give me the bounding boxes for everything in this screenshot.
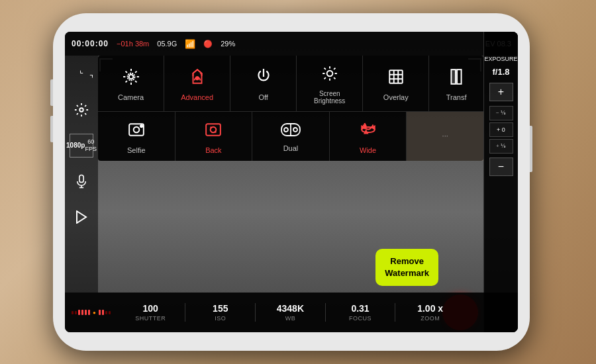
menu-row-2: Selfie Back [98,112,483,161]
battery-percent: 29% [221,40,235,48]
focus-label: FOCUS [349,315,372,322]
audio-meter: ● [72,310,111,316]
zoom-label: ZOOM [421,315,440,322]
exposure-panel: EXPOSURE f/1.8 + − ⅓ + 0 + ⅓ − [483,32,518,332]
svg-point-28 [140,125,142,127]
svg-point-9 [326,71,332,77]
shutter-value: 100 [142,303,158,314]
menu-item-wide[interactable]: Wide [330,112,407,161]
advanced-menu-icon [189,68,206,89]
svg-marker-4 [77,211,86,223]
svg-rect-23 [452,69,456,84]
menu-item-camera[interactable]: Camera [98,56,164,111]
wifi-icon: 📶 [185,39,195,49]
off-menu-icon [256,68,272,89]
menu-item-more[interactable]: ··· [407,112,483,161]
menu-item-transition[interactable]: Transf [429,56,483,111]
phone-body: 00:00:00 −01h 38m 05.9G 📶 🔴 29% EV 08.3 … [53,13,530,351]
menu-item-advanced[interactable]: Advanced [164,56,230,111]
svg-point-27 [133,127,139,133]
exposure-step-minus-third[interactable]: − ⅓ [489,106,513,120]
svg-point-33 [284,128,288,132]
back-menu-label: Back [205,146,221,154]
svg-rect-18 [389,70,403,83]
camera-menu-icon [123,68,140,89]
exposure-plus-button[interactable]: + [489,83,513,101]
scene: 00:00:00 −01h 38m 05.9G 📶 🔴 29% EV 08.3 … [0,0,596,364]
fps-value: 60 FPS [85,138,97,153]
svg-line-13 [334,77,335,79]
mic-button[interactable] [70,169,93,193]
status-bar: 00:00:00 −01h 38m 05.9G 📶 🔴 29% EV 08.3 [65,32,518,56]
settings-button[interactable] [70,98,93,122]
iso-param[interactable]: 155 ISO [185,303,256,322]
screen-brightness-label: ScreenBrightness [314,90,345,105]
svg-line-12 [324,68,325,69]
phone-screen: 00:00:00 −01h 38m 05.9G 📶 🔴 29% EV 08.3 … [65,32,518,332]
exposure-step-plus-third[interactable]: + ⅓ [489,139,513,154]
remaining-time: −01h 38m [117,40,149,48]
wide-menu-icon [360,121,377,142]
svg-point-34 [293,128,297,132]
volume-up-button[interactable] [50,79,53,106]
exposure-step-zero[interactable]: + 0 [489,122,513,137]
menu-item-selfie[interactable]: Selfie [98,112,175,161]
wb-value: 4348K [277,303,304,314]
exposure-minus-button[interactable]: − [489,158,513,176]
transition-menu-label: Transf [446,93,467,101]
off-menu-label: Off [258,93,268,101]
camera-menu-label: Camera [118,93,144,101]
more-menu-icon: ··· [442,132,448,140]
volume-down-button[interactable] [50,116,53,142]
menu-item-off[interactable]: Off [230,56,297,111]
watermark-bubble[interactable]: Remove Watermark [375,249,438,286]
wb-param[interactable]: 4348K WB [256,303,326,322]
dual-menu-label: Dual [283,144,299,152]
iso-label: ISO [215,315,226,322]
svg-point-5 [128,75,133,79]
menu-row-1: Camera [98,56,483,112]
menu-item-dual[interactable]: Dual [252,112,330,161]
camera-menu: Camera [98,56,483,161]
back-menu-icon [205,121,222,142]
play-button[interactable] [70,205,93,229]
overlay-menu-icon [387,68,405,89]
crop-corners-button[interactable]: ⌞ ⌝ [70,62,93,86]
resolution-value: 1080p [66,142,85,150]
menu-item-back[interactable]: Back [175,112,253,161]
wb-label: WB [285,315,296,322]
zoom-param[interactable]: 1.00 x ZOOM [395,303,465,322]
meter-indicator: ● [93,310,96,316]
advanced-menu-label: Advanced [181,93,213,101]
selfie-menu-icon [128,121,145,142]
wide-menu-label: Wide [360,146,376,154]
menu-item-overlay[interactable]: Overlay [363,56,429,111]
svg-rect-24 [457,69,462,84]
menu-item-screen-brightness[interactable]: ScreenBrightness [297,56,363,111]
dual-menu-icon [281,123,301,140]
left-controls-panel: ⌞ ⌝ 1080p 60 FPS [65,56,98,293]
zoom-value: 1.00 x [417,303,443,314]
selfie-menu-label: Selfie [127,146,146,154]
exposure-steps: − ⅓ + 0 + ⅓ [489,106,513,154]
svg-line-16 [324,77,325,79]
power-button[interactable] [530,126,532,172]
screen-brightness-icon [321,65,338,86]
bottom-bar: ● 100 SHUTTER 155 ISO 4348K WB [65,293,518,332]
timecode-display: 00:00:00 [72,39,109,48]
svg-line-17 [334,68,335,69]
focus-value: 0.31 [351,303,369,314]
watermark-line1: Remove [390,256,424,266]
shutter-label: SHUTTER [135,315,166,322]
shutter-param[interactable]: 100 SHUTTER [116,303,186,322]
resolution-button[interactable]: 1080p 60 FPS [70,134,93,158]
exposure-title: EXPOSURE [484,56,517,63]
storage-display: 05.9G [157,40,177,48]
iso-value: 155 [213,303,228,314]
watermark-line2: Watermark [385,268,429,278]
svg-rect-29 [207,124,221,135]
svg-point-0 [79,108,83,112]
focus-param[interactable]: 0.31 FOCUS [326,303,396,322]
battery-icon: 🔴 [203,40,213,48]
transition-menu-icon [449,68,464,89]
